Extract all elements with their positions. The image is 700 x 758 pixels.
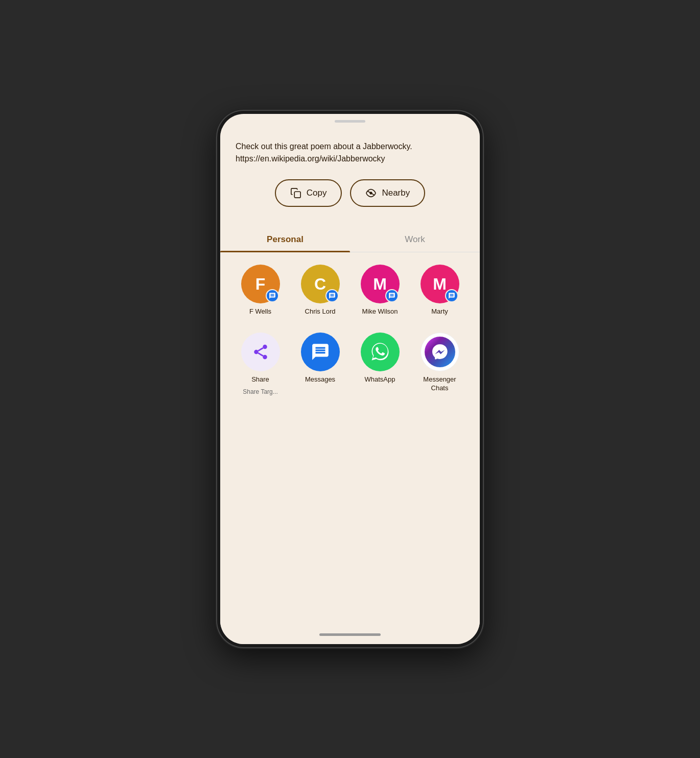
messenger-svg-icon [431, 343, 449, 361]
contact-chris-lord[interactable]: C Chris Lord [295, 265, 346, 316]
contact-marty[interactable]: M Marty [414, 265, 465, 316]
tab-work-label: Work [405, 234, 425, 244]
share-icon [252, 343, 269, 361]
nearby-button[interactable]: Nearby [350, 179, 425, 207]
tab-personal-label: Personal [267, 234, 304, 244]
nearby-label: Nearby [382, 188, 410, 198]
avatar-marty-wrap: M [421, 265, 459, 303]
contacts-grid: F F Wells C [220, 252, 480, 629]
app-share-target[interactable]: Share Share Targ... [235, 333, 286, 395]
messages-badge-icon-3 [388, 292, 395, 299]
badge-chris-lord [325, 289, 339, 302]
svg-line-6 [258, 353, 263, 356]
contact-f-wells-name: F Wells [249, 307, 271, 316]
app-share-target-name: Share [251, 375, 269, 384]
app-messages-name: Messages [305, 375, 335, 384]
copy-button[interactable]: Copy [275, 179, 342, 207]
messages-svg-icon [311, 342, 330, 362]
share-content: Check out this great poem about a Jabber… [220, 128, 480, 219]
app-messages[interactable]: Messages [295, 333, 346, 395]
badge-mike-wilson [385, 289, 399, 302]
bottom-bar [220, 629, 480, 644]
contact-mike-wilson[interactable]: M Mike Wilson [355, 265, 406, 316]
messenger-icon [421, 333, 459, 371]
copy-label: Copy [307, 188, 327, 198]
tab-personal[interactable]: Personal [220, 227, 350, 252]
contact-f-wells[interactable]: F F Wells [235, 265, 286, 316]
apps-row: Share Share Targ... Messages [230, 333, 470, 395]
messages-badge-icon [269, 292, 276, 299]
home-indicator [319, 633, 381, 636]
badge-f-wells [266, 289, 279, 302]
contact-chris-lord-name: Chris Lord [305, 307, 336, 316]
app-share-target-sublabel: Share Targ... [243, 388, 277, 395]
whatsapp-svg-icon [369, 341, 391, 363]
avatar-chris-lord-wrap: C [301, 265, 340, 303]
messages-icon [301, 333, 340, 371]
app-messenger-name: Messenger Chats [414, 375, 465, 393]
copy-icon [290, 187, 301, 199]
share-target-icon [241, 333, 280, 371]
share-sheet: Check out this great poem about a Jabber… [220, 128, 480, 644]
badge-marty [445, 289, 458, 302]
status-bar [220, 114, 480, 128]
svg-point-4 [254, 350, 259, 354]
avatar-mike-wilson-wrap: M [361, 265, 400, 303]
drag-handle [335, 120, 365, 123]
phone-screen: Check out this great poem about a Jabber… [220, 114, 480, 644]
contact-mike-wilson-name: Mike Wilson [362, 307, 398, 316]
tab-work[interactable]: Work [350, 227, 480, 252]
contacts-row: F F Wells C [230, 265, 470, 316]
avatar-f-wells-wrap: F [241, 265, 280, 303]
app-whatsapp-name: WhatsApp [365, 375, 395, 384]
svg-point-3 [263, 345, 267, 349]
tabs: Personal Work [220, 227, 480, 252]
action-buttons: Copy Nearby [236, 179, 464, 207]
svg-rect-0 [294, 192, 300, 198]
whatsapp-icon [361, 333, 400, 371]
contact-marty-name: Marty [431, 307, 448, 316]
messages-badge-icon-2 [329, 292, 336, 299]
app-messenger[interactable]: Messenger Chats [414, 333, 465, 395]
share-text: Check out this great poem about a Jabber… [236, 140, 464, 165]
messenger-inner [425, 337, 455, 367]
svg-point-5 [263, 355, 267, 360]
phone-frame: Check out this great poem about a Jabber… [217, 111, 483, 647]
messages-badge-icon-4 [448, 292, 455, 299]
nearby-icon [365, 187, 377, 199]
svg-line-7 [258, 348, 263, 351]
app-whatsapp[interactable]: WhatsApp [355, 333, 406, 395]
